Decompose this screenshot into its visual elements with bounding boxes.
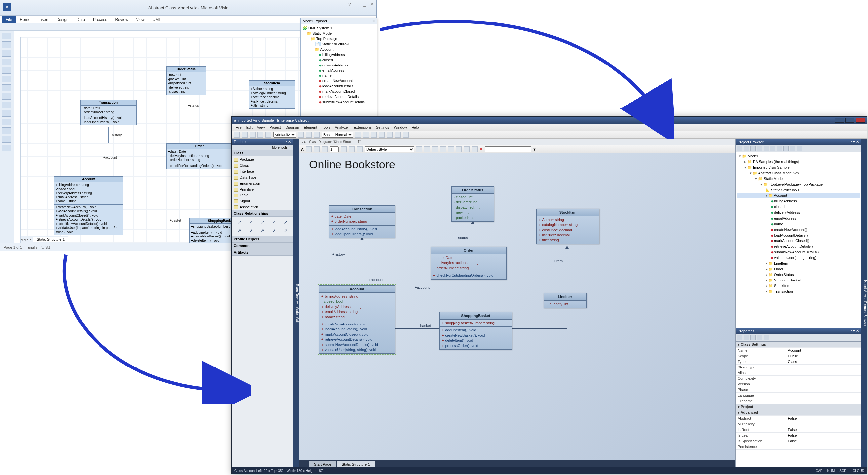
props-row[interactable]: Stereotype bbox=[736, 364, 861, 370]
props-row[interactable]: Filename bbox=[736, 398, 861, 404]
browser-node[interactable]: 📁 OrderStatus bbox=[737, 272, 860, 277]
browser-node[interactable]: 📁 Transaction bbox=[737, 289, 860, 294]
panel-close-icon[interactable]: ✕ bbox=[372, 19, 375, 23]
panel-controls[interactable]: ▪ ▾ ✕ bbox=[851, 329, 859, 333]
font-size-input[interactable] bbox=[330, 146, 339, 152]
relationship-tool[interactable]: ↗ bbox=[258, 228, 267, 233]
props-row[interactable]: Persistence bbox=[736, 444, 861, 449]
toolbox-group[interactable]: Class bbox=[232, 150, 293, 156]
team-review-tab[interactable]: Team Review Model Mail bbox=[293, 139, 299, 467]
toolbar-button[interactable] bbox=[387, 132, 393, 138]
uml-class-account[interactable]: Account+billingAddress : string-closed :… bbox=[54, 176, 123, 235]
connector[interactable] bbox=[431, 279, 431, 292]
ribbon-tab[interactable]: File bbox=[2, 16, 16, 23]
maximize-icon[interactable] bbox=[845, 118, 855, 123]
shape-stencil[interactable] bbox=[2, 136, 11, 143]
connector[interactable] bbox=[567, 308, 567, 328]
browser-node[interactable]: ◆retrieveAccountDetails() bbox=[737, 244, 860, 249]
props-row[interactable]: TypeClass bbox=[736, 359, 861, 364]
browser-node[interactable]: 📁 Model bbox=[737, 153, 860, 159]
format-button[interactable] bbox=[416, 146, 422, 152]
connector[interactable] bbox=[473, 222, 473, 247]
props-row[interactable]: ScopePublic bbox=[736, 353, 861, 359]
format-button[interactable] bbox=[472, 146, 477, 152]
browser-node[interactable]: ◆submitNewAccountDetails() bbox=[737, 249, 860, 255]
props-group[interactable]: ▾ Project bbox=[736, 404, 861, 410]
help-icon[interactable]: ? bbox=[348, 2, 351, 7]
browser-node[interactable]: ◆markAccountClosed() bbox=[737, 238, 860, 244]
style-combo[interactable]: Default Style bbox=[365, 146, 414, 152]
tree-node[interactable]: 📁 Top Package bbox=[303, 36, 375, 42]
browser-node[interactable]: 📁 LineItem bbox=[737, 261, 860, 266]
toolbar-button[interactable] bbox=[379, 132, 385, 138]
shape-stencil[interactable] bbox=[2, 101, 11, 108]
shape-stencil[interactable] bbox=[2, 41, 11, 48]
shape-stencil[interactable] bbox=[2, 50, 11, 57]
default-combo[interactable]: <default> bbox=[273, 132, 296, 138]
toolbar-button[interactable] bbox=[355, 132, 361, 138]
model-explorer-tree[interactable]: 🧩 UML System 1 📁 Static Model📁 Top Packa… bbox=[301, 25, 377, 106]
connector[interactable] bbox=[395, 292, 431, 292]
shape-stencil[interactable] bbox=[2, 127, 11, 134]
relationship-tool[interactable]: ↗ bbox=[281, 228, 289, 233]
ribbon-tab[interactable]: Review bbox=[111, 16, 132, 23]
props-row[interactable]: Multiplicity bbox=[736, 421, 861, 427]
props-row[interactable]: Alias bbox=[736, 370, 861, 376]
browser-node[interactable]: 📁 Abstract Class Model.vdx bbox=[737, 170, 860, 176]
ribbon-tab[interactable]: Home bbox=[16, 16, 34, 23]
maximize-icon[interactable]: ▢ bbox=[362, 2, 367, 7]
shape-stencil[interactable] bbox=[2, 93, 11, 99]
format-button[interactable] bbox=[440, 146, 446, 152]
toolbox-group[interactable]: Class Relationships bbox=[232, 210, 293, 217]
props-button[interactable] bbox=[750, 335, 755, 340]
browser-button[interactable] bbox=[790, 146, 795, 151]
ribbon-tab[interactable]: View bbox=[132, 16, 149, 23]
toolbar-button[interactable] bbox=[363, 132, 369, 138]
menu-item[interactable]: Extensions bbox=[352, 125, 373, 130]
toolbox-group[interactable]: Profile Helpers bbox=[232, 236, 293, 242]
toolbar-button[interactable] bbox=[266, 132, 271, 138]
format-button[interactable] bbox=[314, 146, 320, 152]
shape-stencil[interactable] bbox=[2, 76, 11, 82]
tree-node[interactable]: 📁 Static Model bbox=[303, 31, 375, 36]
shape-stencil[interactable] bbox=[2, 67, 11, 74]
toolbox-item[interactable]: Signal bbox=[232, 198, 293, 204]
browser-button[interactable] bbox=[750, 146, 755, 151]
browser-node[interactable]: 📁 EA Samples (the real things) bbox=[737, 159, 860, 165]
menu-item[interactable]: Help bbox=[409, 125, 421, 130]
toolbar-button[interactable] bbox=[242, 132, 248, 138]
uml-class-stockitem[interactable]: StockItem+Author: string+catalogNumber: … bbox=[536, 209, 599, 244]
toolbox-item[interactable]: Data Type bbox=[232, 174, 293, 180]
format-button[interactable] bbox=[424, 146, 430, 152]
toolbar-button[interactable] bbox=[257, 132, 264, 138]
close-icon[interactable] bbox=[856, 118, 865, 123]
close-icon[interactable]: ✕ bbox=[370, 2, 374, 7]
toolbar-button[interactable] bbox=[234, 132, 240, 138]
relationship-tool[interactable]: ↗ bbox=[247, 219, 255, 225]
browser-button[interactable] bbox=[770, 146, 775, 151]
shape-stencil[interactable] bbox=[2, 119, 11, 125]
browser-node[interactable]: ◆billingAddress bbox=[737, 199, 860, 204]
minimize-icon[interactable]: — bbox=[354, 2, 359, 7]
props-row[interactable]: Is SpecificationFalse bbox=[736, 438, 861, 444]
tree-root[interactable]: 🧩 UML System 1 bbox=[303, 26, 375, 31]
toolbox-item[interactable]: Interface bbox=[232, 168, 293, 174]
shape-stencil[interactable] bbox=[2, 33, 11, 39]
ea-diagram-canvas[interactable]: Online Bookstore +status +item +history … bbox=[299, 153, 736, 460]
format-button[interactable] bbox=[456, 146, 462, 152]
browser-button[interactable] bbox=[783, 146, 789, 151]
props-row[interactable]: NameAccount bbox=[736, 348, 861, 353]
shape-stencil[interactable] bbox=[2, 145, 11, 151]
tree-node[interactable]: ◆ createNewAccount bbox=[303, 79, 375, 84]
ribbon-tab[interactable]: Design bbox=[52, 16, 72, 23]
menu-item[interactable]: Edit bbox=[244, 125, 254, 130]
relationship-tool[interactable]: ↗ bbox=[270, 219, 278, 225]
props-row[interactable]: Is RootFalse bbox=[736, 427, 861, 433]
format-button[interactable] bbox=[349, 146, 355, 152]
toolbox-pin-icon[interactable]: ▪ ✕ bbox=[286, 140, 291, 144]
tree-node[interactable]: ◆ billingAddress bbox=[303, 52, 375, 58]
uml-class-orderstatus[interactable]: OrderStatus-new : int-packed : int-dispa… bbox=[166, 66, 206, 95]
shape-stencil[interactable] bbox=[2, 110, 11, 117]
connector[interactable] bbox=[512, 328, 567, 329]
props-group[interactable]: ▾ Class Settings bbox=[736, 342, 861, 348]
